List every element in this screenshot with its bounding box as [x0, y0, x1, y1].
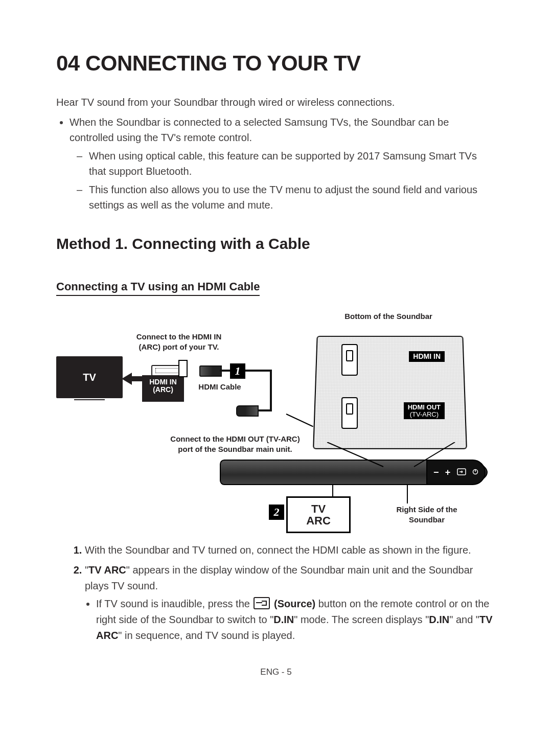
- callout-lines: [307, 442, 470, 468]
- sub-bullet-2: This function also allows you to use the…: [77, 182, 496, 213]
- hdmi-out-port-label-2: (TV-ARC): [410, 410, 439, 418]
- step-badge-2: 2: [269, 505, 284, 520]
- display-line-2: ARC: [306, 515, 331, 526]
- connection-diagram: Bottom of the Soundbar Connect to the HD…: [56, 311, 496, 531]
- power-icon: [472, 468, 478, 476]
- step-2-sub: If TV sound is inaudible, press the (Sou…: [96, 596, 496, 644]
- hdmi-connector-right: [236, 405, 259, 417]
- method-heading: Method 1. Connecting with a Cable: [56, 235, 496, 253]
- source-button-icon: [457, 467, 466, 478]
- tv-port-label: HDMI IN(ARC): [142, 375, 184, 402]
- intro-text: Hear TV sound from your Soundbar through…: [56, 95, 496, 109]
- instruction-list: With the Soundbar and TV turned on, conn…: [56, 542, 496, 644]
- label-right-side: Right Side of the Soundbar: [388, 505, 465, 524]
- svg-line-5: [414, 442, 455, 467]
- sub-bullet-1: When using optical cable, this feature c…: [77, 148, 496, 179]
- hdmi-in-port: [341, 344, 358, 376]
- bullet-main: When the Soundbar is connected to a sele…: [70, 114, 496, 145]
- svg-line-4: [327, 442, 383, 467]
- source-icon: [254, 597, 270, 609]
- step-badge-1: 1: [230, 363, 245, 379]
- tv-port-jack: [178, 360, 188, 377]
- cable-label: HDMI Cable: [194, 382, 245, 392]
- step-2: "TV ARC" appears in the display window o…: [85, 562, 496, 644]
- hdmi-out-port: [341, 397, 358, 429]
- hdmi-in-port-label: HDMI IN: [409, 351, 445, 362]
- display-line-1: TV: [311, 503, 326, 515]
- soundbar-display: TV ARC: [286, 496, 351, 533]
- label-connect-soundbar: Connect to the HDMI OUT (TV-ARC) port of…: [164, 434, 307, 454]
- label-connect-tv: Connect to the HDMI IN (ARC) port of you…: [128, 332, 230, 352]
- page-footer: ENG - 5: [56, 667, 496, 677]
- tv-icon: TV: [56, 356, 123, 398]
- tv-stand-icon: [74, 399, 105, 402]
- volume-minus-icon: −: [433, 467, 439, 478]
- subsection-heading: Connecting a TV using an HDMI Cable: [56, 280, 260, 296]
- tv-label: TV: [83, 372, 96, 383]
- svg-marker-0: [122, 373, 145, 385]
- page-title: 04 CONNECTING TO YOUR TV: [56, 51, 496, 76]
- volume-plus-icon: +: [445, 467, 451, 478]
- hdmi-cable: [220, 370, 271, 372]
- label-bottom-soundbar: Bottom of the Soundbar: [337, 311, 440, 322]
- hdmi-connector-left: [199, 365, 222, 377]
- step-1: With the Soundbar and TV turned on, conn…: [85, 542, 496, 558]
